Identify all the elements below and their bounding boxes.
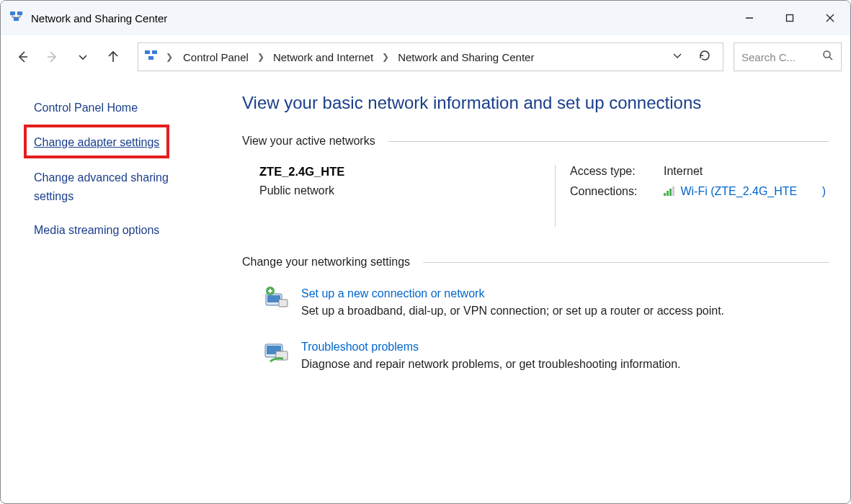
connection-link[interactable]: Wi-Fi (ZTE_2.4G_HTE [680,185,797,197]
maximize-button[interactable] [770,1,810,35]
sidebar-link-advanced-sharing[interactable]: Change advanced sharing settings [34,168,202,205]
svg-rect-17 [279,300,288,307]
titlebar: Network and Sharing Center [1,1,850,35]
breadcrumb: Control Panel ❯ Network and Internet ❯ N… [180,48,662,66]
svg-rect-10 [145,50,150,54]
action-title[interactable]: Set up a new connection or network [301,287,724,300]
svg-rect-16 [267,295,280,302]
action-desc: Set up a broadband, dial-up, or VPN conn… [301,305,724,318]
section-header-change-settings: Change your networking settings [242,256,829,269]
breadcrumb-item[interactable]: Control Panel [180,48,251,66]
window-title: Network and Sharing Center [31,12,167,24]
section-label: View your active networks [242,135,375,148]
sidebar-link-home[interactable]: Control Panel Home [34,99,202,117]
network-category: Public network [259,184,533,197]
up-button[interactable] [100,44,126,70]
window-controls [729,1,850,35]
search-icon [822,50,834,64]
chevron-right-icon[interactable]: ❯ [253,52,269,62]
svg-rect-1 [17,12,22,15]
location-icon [144,48,159,66]
section-header-active-networks: View your active networks [242,135,829,148]
history-dropdown-button[interactable] [70,44,96,70]
sidebar-link-media-streaming[interactable]: Media streaming options [34,221,202,240]
svg-rect-4 [787,15,793,22]
connection-paren: ) [822,185,826,197]
back-button[interactable] [9,44,35,70]
sidebar-link-adapter-settings[interactable]: Change adapter settings [34,133,159,152]
chevron-right-icon[interactable]: ❯ [378,52,393,62]
divider [423,262,829,263]
svg-rect-11 [152,50,157,54]
connections-label: Connections: [570,185,649,198]
search-placeholder: Search C... [741,51,796,63]
svg-rect-0 [10,12,15,15]
breadcrumb-item[interactable]: Network and Sharing Center [395,48,537,66]
search-input[interactable]: Search C... [734,42,842,71]
navigation-bar: ❯ Control Panel ❯ Network and Internet ❯… [1,35,850,78]
active-network-row: ZTE_2.4G_HTE Public network Access type:… [242,165,829,227]
svg-line-14 [829,57,832,60]
access-type-value: Internet [664,165,703,178]
action-title[interactable]: Troubleshoot problems [301,341,681,354]
access-type-label: Access type: [570,165,649,178]
minimize-button[interactable] [729,1,770,35]
main-content: View your basic network information and … [217,78,850,503]
setup-connection-icon [262,286,291,315]
address-dropdown-button[interactable] [665,50,690,63]
section-label: Change your networking settings [242,256,410,269]
wifi-signal-icon [664,186,674,196]
forward-button[interactable] [40,44,66,70]
sidebar: Control Panel Home Change adapter settin… [1,78,217,503]
divider [388,141,829,142]
chevron-right-icon[interactable]: ❯ [161,52,177,62]
address-bar[interactable]: ❯ Control Panel ❯ Network and Internet ❯… [138,42,723,71]
action-setup-connection: Set up a new connection or network Set u… [242,286,829,318]
refresh-button[interactable] [692,49,717,65]
network-name: ZTE_2.4G_HTE [259,165,533,179]
highlight-annotation: Change adapter settings [24,125,169,159]
svg-rect-12 [148,56,153,60]
svg-rect-2 [14,17,19,21]
app-icon [9,9,24,27]
action-desc: Diagnose and repair network problems, or… [301,358,681,371]
close-button[interactable] [810,1,850,35]
page-title: View your basic network information and … [242,93,829,113]
svg-point-13 [824,51,830,58]
breadcrumb-item[interactable]: Network and Internet [270,48,376,66]
troubleshoot-icon [262,339,291,368]
action-troubleshoot: Troubleshoot problems Diagnose and repai… [242,339,829,371]
